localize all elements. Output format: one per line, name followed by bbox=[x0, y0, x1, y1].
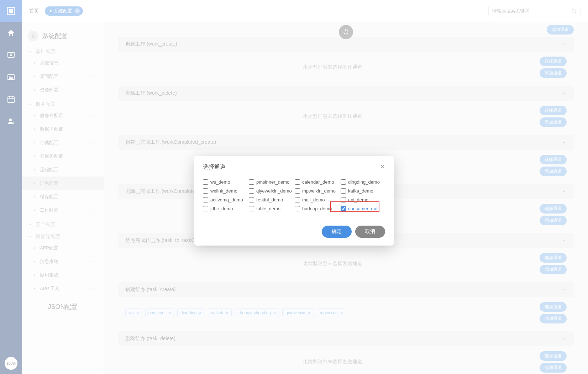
modal-ok-button[interactable]: 确定 bbox=[322, 226, 352, 238]
channel-checkbox[interactable] bbox=[249, 197, 254, 202]
channel-checkbox[interactable] bbox=[295, 197, 300, 202]
channel-checkbox-item[interactable]: dingding_demo bbox=[341, 179, 385, 185]
channel-checkbox-item[interactable]: qiyeweixin_demo bbox=[249, 188, 293, 194]
modal-cancel-button[interactable]: 取消 bbox=[355, 226, 385, 238]
channel-checkbox[interactable] bbox=[295, 179, 300, 185]
channel-checkbox-item[interactable]: welink_demo bbox=[203, 188, 247, 194]
channel-checkbox[interactable] bbox=[341, 179, 346, 185]
channel-checkbox-item[interactable]: mail_demo bbox=[295, 197, 339, 202]
channel-checkbox[interactable] bbox=[341, 197, 346, 202]
channel-checkbox-item[interactable]: consumer_mail bbox=[341, 206, 385, 211]
channel-checkbox-item[interactable]: kafka_demo bbox=[341, 188, 385, 194]
channel-checkbox-item[interactable]: hadoop_demo bbox=[295, 206, 339, 211]
channel-checkbox-item[interactable]: ws_demo bbox=[203, 179, 247, 185]
channel-checkbox[interactable] bbox=[203, 188, 208, 194]
channel-checkbox-item[interactable]: api_demo bbox=[341, 197, 385, 202]
channel-checkbox-item[interactable]: table_demo bbox=[249, 206, 293, 211]
modal-title: 选择通道 bbox=[203, 163, 226, 171]
channel-modal: 选择通道 ✕ ws_demopmsinner_democalendar_demo… bbox=[194, 156, 394, 246]
channel-checkbox-item[interactable]: activemq_demo bbox=[203, 197, 247, 202]
channel-checkbox[interactable] bbox=[341, 206, 346, 211]
channel-checkbox[interactable] bbox=[249, 188, 254, 194]
channel-checkbox-item[interactable]: jdbc_demo bbox=[203, 206, 247, 211]
channel-checkbox-item[interactable]: calendar_demo bbox=[295, 179, 339, 185]
channel-checkbox[interactable] bbox=[249, 206, 254, 211]
channel-checkbox-item[interactable]: restful_demo bbox=[249, 197, 293, 202]
channel-checkbox-item[interactable]: pmsinner_demo bbox=[249, 179, 293, 185]
channel-checkbox[interactable] bbox=[249, 179, 254, 185]
channel-checkbox[interactable] bbox=[295, 188, 300, 194]
modal-overlay: 选择通道 ✕ ws_demopmsinner_democalendar_demo… bbox=[0, 0, 588, 374]
channel-checkbox[interactable] bbox=[203, 179, 208, 185]
channel-checkbox[interactable] bbox=[203, 206, 208, 211]
channel-checkbox-item[interactable]: mpweixin_demo bbox=[295, 188, 339, 194]
channel-checkbox[interactable] bbox=[203, 197, 208, 202]
channel-checkbox[interactable] bbox=[295, 206, 300, 211]
channel-checkbox[interactable] bbox=[341, 188, 346, 194]
modal-close-icon[interactable]: ✕ bbox=[380, 163, 385, 171]
